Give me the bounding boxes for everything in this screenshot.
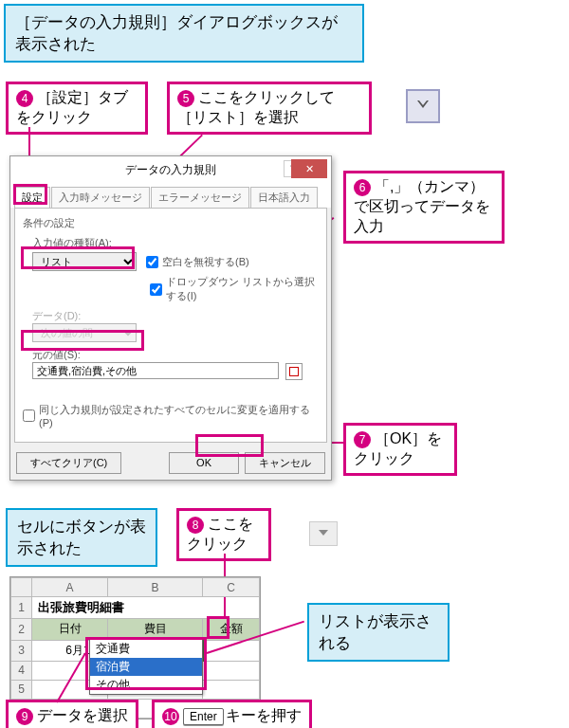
- tab-ime[interactable]: 日本語入力: [250, 187, 318, 208]
- highlight-allow-select: [21, 246, 135, 269]
- dialog-body: 条件の設定 入力値の種類(A): リスト 空白を無視する(B) ドロップダウン …: [14, 208, 327, 443]
- col-header-c[interactable]: C: [203, 578, 260, 597]
- step-badge-4: 4: [16, 90, 33, 107]
- col-header-a[interactable]: A: [32, 578, 108, 597]
- col-header-b[interactable]: B: [108, 578, 203, 597]
- callout-4: 4［設定］タブをクリック: [6, 82, 148, 135]
- callout-6: 6「,」（カンマ）で区切ってデータを入力: [343, 171, 505, 244]
- dropdown-icon: [318, 527, 329, 541]
- clear-all-button[interactable]: すべてクリア(C): [16, 452, 121, 474]
- tab-input-message[interactable]: 入力時メッセージ: [51, 187, 150, 208]
- row-header-2[interactable]: 2: [11, 619, 32, 641]
- step-badge-8: 8: [187, 517, 204, 534]
- data-validation-dialog: データの入力規則 ? ✕ 設定 入力時メッセージ エラーメッセージ 日本語入力 …: [9, 155, 332, 481]
- info-dialog-shown: ［データの入力規則］ダイアログボックスが表示された: [4, 4, 364, 63]
- ignore-blank-checkbox[interactable]: 空白を無視する(B): [146, 255, 249, 269]
- info-cell-button: セルにボタンが表示された: [6, 508, 157, 567]
- highlight-tab-settings: [13, 184, 47, 205]
- callout-5-text: ここをクリックして［リスト］を選択: [177, 89, 335, 125]
- info-list-shown: リストが表示される: [307, 603, 450, 662]
- incell-dropdown-checkbox[interactable]: ドロップダウン リストから選択する(I): [150, 275, 319, 303]
- cell-dropdown-preview: [309, 521, 338, 546]
- callout-10: 10Enter キーを押す: [152, 700, 312, 728]
- callout-7: 7［OK］をクリック: [343, 423, 457, 476]
- step-badge-10: 10: [162, 708, 179, 725]
- callout-5: 5ここをクリックして［リスト］を選択: [167, 82, 372, 135]
- callout-10-text: キーを押す: [180, 707, 302, 723]
- callout-9-text: データを選択: [37, 707, 128, 723]
- row-header-3[interactable]: 3: [11, 640, 32, 661]
- corner-cell[interactable]: [11, 578, 32, 597]
- nav-down-button[interactable]: [406, 89, 440, 123]
- dialog-close-button[interactable]: ✕: [291, 159, 327, 178]
- dialog-title: データの入力規則: [125, 162, 216, 178]
- highlight-ok-button: [195, 434, 264, 457]
- step-badge-6: 6: [354, 179, 371, 196]
- range-picker-button[interactable]: [285, 363, 303, 380]
- apply-same-checkbox[interactable]: 同じ入力規則が設定されたすべてのセルに変更を適用する(P): [23, 403, 319, 428]
- highlight-dropdown-btn: [207, 616, 229, 639]
- criteria-section-label: 条件の設定: [23, 216, 319, 230]
- callout-6-text: 「,」（カンマ）で区切ってデータを入力: [354, 178, 490, 234]
- row-header-1[interactable]: 1: [11, 597, 32, 619]
- dialog-titlebar: データの入力規則 ? ✕: [10, 156, 331, 183]
- callout-9: 9データを選択: [6, 700, 138, 728]
- tab-error-alert[interactable]: エラーメッセージ: [151, 187, 249, 208]
- highlight-dropdown-list: [85, 637, 207, 690]
- dialog-tabs: 設定 入力時メッセージ エラーメッセージ 日本語入力: [10, 183, 331, 208]
- row-header-5[interactable]: 5: [11, 680, 32, 699]
- row-header-4[interactable]: 4: [11, 661, 32, 680]
- highlight-source-input: [21, 330, 144, 351]
- source-input[interactable]: [32, 362, 279, 379]
- step-badge-7: 7: [354, 431, 371, 448]
- dialog-footer: すべてクリア(C) OK キャンセル: [10, 446, 331, 480]
- callout-4-text: ［設定］タブをクリック: [16, 89, 128, 125]
- step-badge-9: 9: [16, 708, 33, 725]
- chevron-down-icon: [415, 97, 431, 117]
- step-badge-5: 5: [177, 90, 194, 107]
- data-label: データ(D):: [32, 309, 319, 323]
